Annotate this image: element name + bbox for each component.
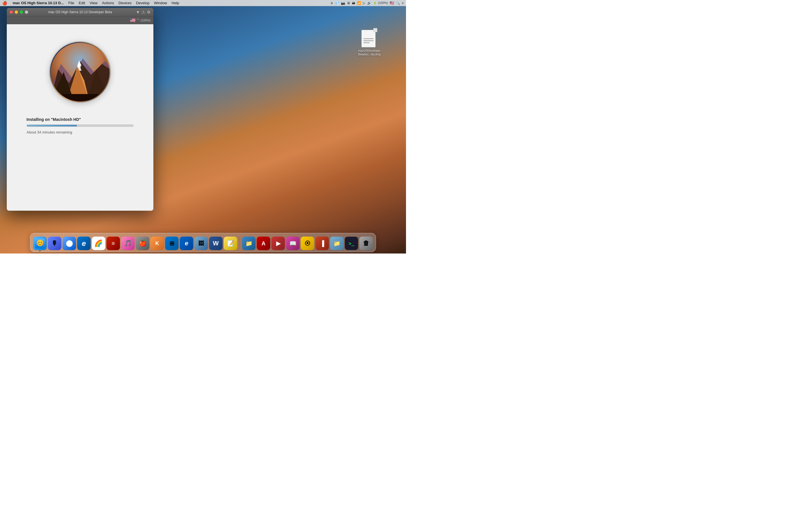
macos-logo — [49, 41, 111, 103]
dock-compass[interactable]: ⦿ — [301, 237, 314, 250]
dock-preview[interactable]: 🖼 — [195, 237, 208, 250]
desktop-file[interactable]: macOSDeveloperBetaAcc...lity.dmg — [358, 28, 380, 56]
dock-notes[interactable]: 📝 — [224, 237, 238, 250]
dock-keynote[interactable]: K — [151, 237, 164, 250]
dock-trash[interactable]: 🗑 — [359, 237, 373, 250]
menu-file[interactable]: File — [66, 0, 77, 6]
file-line-2 — [363, 40, 373, 41]
camera-icon: 📷 — [341, 1, 345, 5]
dock-winexplorer[interactable]: 📁 — [242, 237, 256, 250]
dropbox-icon: 💎 — [335, 1, 339, 5]
battery-icon: 🔋 (100%) — [373, 1, 388, 5]
menu-lines-icon[interactable]: ≡ — [402, 1, 404, 5]
dock-redbars[interactable]: ▐ — [315, 237, 329, 250]
menu-view[interactable]: View — [87, 0, 100, 6]
dock-terminal[interactable]: >_ — [345, 237, 358, 250]
pause-icon: ⏸ — [330, 1, 333, 5]
menu-develop[interactable]: Develop — [134, 0, 152, 6]
menubar: 🍎 mac OS High Sierra 10.13 D... File Edi… — [0, 0, 406, 6]
wifi-icon: 📶 — [357, 1, 361, 5]
battery-percent: (100%) — [141, 18, 151, 22]
dock-finder[interactable]: 😊 — [33, 237, 47, 250]
file-line-1 — [363, 38, 373, 39]
bghero-icon: 🏔 — [352, 1, 355, 5]
warning-icon: ⚠ — [142, 10, 145, 14]
close-button[interactable] — [10, 10, 13, 14]
file-body — [361, 30, 375, 47]
dock-ie[interactable]: e — [180, 237, 193, 250]
desktop-file-label: macOSDeveloperBetaAcc...lity.dmg — [358, 49, 380, 56]
installer-content: Installing on "Macintosh HD" About 34 mi… — [7, 24, 153, 211]
file-lines — [363, 38, 373, 44]
maximize-button[interactable] — [20, 10, 23, 14]
file-icon — [361, 28, 377, 47]
file-corner — [373, 28, 377, 32]
dock-siri[interactable]: 🎙 — [48, 237, 61, 250]
progress-section: Installing on "Macintosh HD" About 34 mi… — [27, 117, 134, 134]
svg-text:😊: 😊 — [36, 239, 44, 247]
search-icon[interactable]: 🔍 — [396, 1, 400, 5]
xcode-window: mac OS High Sierra 10.13 Developer Beta … — [7, 8, 153, 211]
dock-itunes[interactable]: 🎵 — [121, 237, 135, 250]
traffic-lights — [10, 10, 28, 14]
menu-window[interactable]: Window — [152, 0, 169, 6]
dock-macos[interactable]: 🍎 — [136, 237, 149, 250]
status-icons: ⏸ 💎 📷 🖥 🏔 📶 ▷ 🔊 🔋 (100%) 🇺🇸 🔍 ≡ — [330, 1, 404, 5]
dock-folder[interactable]: 📁 — [330, 237, 344, 250]
install-label: Installing on "Macintosh HD" — [27, 117, 134, 122]
menu-items: mac OS High Sierra 10.13 D... File Edit … — [10, 0, 181, 6]
desktop: 🍎 mac OS High Sierra 10.13 D... File Edi… — [0, 0, 406, 253]
menu-actions[interactable]: Actions — [100, 0, 116, 6]
minimize-button[interactable] — [15, 10, 18, 14]
dock-bento[interactable]: ≡ — [107, 237, 120, 250]
title-icons: ▼ ⚠ ⚙ — [136, 10, 151, 14]
window-statusbar: 🇺🇸 🔌 (100%) — [7, 16, 153, 24]
dock-word[interactable]: W — [209, 237, 223, 250]
volume-icon: 🔊 — [367, 1, 371, 5]
dock-screenrec[interactable]: ▶ — [271, 237, 285, 250]
dropdown-icon[interactable]: ▼ — [136, 10, 140, 14]
dock-ebook[interactable]: 📖 — [286, 237, 300, 250]
apple-menu[interactable]: 🍎 — [2, 1, 7, 5]
window-titlebar: mac OS High Sierra 10.13 Developer Beta … — [7, 8, 153, 16]
dock-photos[interactable]: 🌈 — [92, 237, 105, 250]
progress-bar-fill — [27, 125, 77, 126]
battery-charging: 🔌 — [137, 18, 141, 22]
flag-icon: 🇺🇸 — [390, 1, 394, 5]
dock: 😊 🎙 ⬤ e 🌈 ≡ 🎵 🍎 K — [30, 233, 376, 252]
svg-rect-11 — [50, 94, 110, 102]
disabled-button — [25, 10, 28, 14]
menu-app-name[interactable]: mac OS High Sierra 10.13 D... — [10, 0, 66, 6]
progress-bar-container — [27, 124, 134, 127]
menu-help[interactable]: Help — [169, 0, 182, 6]
settings-icon[interactable]: ⚙ — [147, 10, 151, 14]
dock-windows[interactable]: ⊞ — [165, 237, 179, 250]
dock-edge[interactable]: e — [77, 237, 91, 250]
time-remaining: About 34 minutes remaining — [27, 130, 134, 134]
dock-divider — [240, 237, 240, 248]
us-flag: 🇺🇸 — [130, 17, 136, 23]
airplay-icon: ▷ — [363, 1, 365, 5]
macos-mountain-svg — [50, 42, 110, 102]
file-line-3 — [363, 42, 370, 43]
menu-edit[interactable]: Edit — [77, 0, 87, 6]
menu-devices[interactable]: Devices — [116, 0, 134, 6]
dock-acrobat[interactable]: A — [257, 237, 270, 250]
window-title: mac OS High Sierra 10.13 Developer Beta — [48, 10, 112, 14]
monitor-icon: 🖥 — [347, 1, 350, 5]
dock-safari[interactable]: ⬤ — [63, 237, 76, 250]
